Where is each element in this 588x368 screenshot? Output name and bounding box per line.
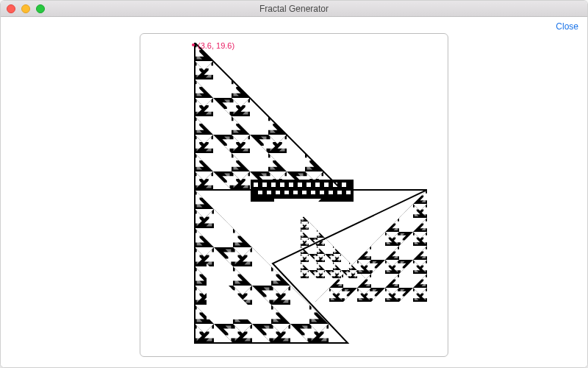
svg-rect-7 [262,183,267,187]
svg-rect-14 [324,183,329,187]
svg-rect-11 [298,183,302,187]
app-window: Fractal Generator Close (3.6, 19.6) [0,0,588,368]
svg-rect-9 [280,183,284,187]
cursor-coord-label: (3.6, 19.6) [198,41,234,50]
zoom-window-icon[interactable] [36,4,45,13]
traffic-lights [1,4,45,13]
svg-rect-8 [271,183,276,187]
svg-rect-13 [315,183,320,187]
svg-rect-16 [342,183,346,187]
window-title: Fractal Generator [1,4,587,14]
cursor-marker-icon [192,43,195,46]
fractal-image [177,43,427,349]
svg-rect-12 [306,183,311,187]
close-window-icon[interactable] [7,4,15,13]
content-area: Close (3.6, 19.6) [1,17,587,367]
svg-rect-6 [254,183,258,187]
close-button[interactable]: Close [556,21,578,32]
canvas-container: (3.6, 19.6) [140,33,448,357]
fractal-canvas[interactable]: (3.6, 19.6) [140,33,448,357]
titlebar: Fractal Generator [1,1,587,17]
svg-rect-10 [289,183,293,187]
minimize-window-icon[interactable] [21,4,30,13]
